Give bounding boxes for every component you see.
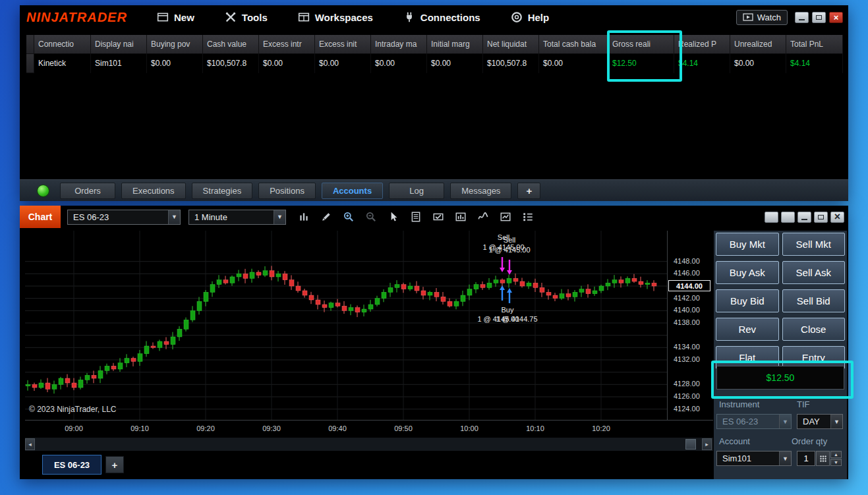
properties-icon (522, 211, 534, 223)
trader-sell-bid-button[interactable]: Sell Bid (782, 289, 846, 312)
close-icon: × (834, 211, 840, 223)
trader-sell-ask-button[interactable]: Sell Ask (782, 261, 846, 284)
zoom-out-button[interactable] (364, 210, 378, 224)
properties-button[interactable] (521, 210, 535, 224)
scroll-right-button[interactable]: ▸ (702, 438, 712, 450)
add-chart-tab-button[interactable]: + (105, 456, 124, 473)
cc-tab-messages[interactable]: Messages (450, 183, 511, 199)
scrollbar-thumb[interactable] (685, 439, 696, 450)
alerts-button[interactable] (431, 210, 446, 224)
tif-dropdown[interactable]: DAY ▼ (797, 414, 843, 429)
cell-cash-value: $100,507.8 (203, 54, 259, 73)
cc-tab-bar: OrdersExecutionsStrategiesPositionsAccou… (20, 179, 848, 201)
column-header-realized-p[interactable]: Realized P (674, 35, 730, 54)
column-header-total-cash-bala[interactable]: Total cash bala (539, 35, 608, 54)
cc-tab-strategies[interactable]: Strategies (192, 183, 253, 199)
menu-connections[interactable]: Connections (403, 11, 480, 23)
chart-close-button[interactable]: × (830, 212, 844, 223)
menu-help-label: Help (528, 12, 550, 23)
drawing-tools-button[interactable] (319, 210, 333, 224)
qty-increment-button[interactable]: ▲ (830, 451, 842, 458)
trader-sell-mkt-button[interactable]: Sell Mkt (782, 233, 846, 256)
cc-tab-positions[interactable]: Positions (258, 183, 316, 199)
chart-maximize-button[interactable] (814, 212, 828, 223)
menu-help[interactable]: Help (511, 11, 550, 23)
cursor-icon (388, 211, 399, 223)
zoom-in-button[interactable] (341, 210, 356, 224)
cc-tab-accounts[interactable]: Accounts (322, 183, 383, 199)
cc-tab-add[interactable]: + (517, 183, 540, 199)
row-selector[interactable] (26, 54, 34, 73)
price-axis[interactable]: 4144.00 4148.004146.004142.004140.004138… (667, 231, 713, 420)
order-buttons-grid: Buy MktSell MktBuy AskSell AskBuy BidSel… (716, 233, 845, 369)
qty-keypad-button[interactable] (816, 451, 830, 466)
chevron-down-icon: ▼ (274, 210, 285, 224)
trader-buy-ask-button[interactable]: Buy Ask (716, 261, 779, 284)
connection-status-icon (37, 185, 49, 197)
close-button[interactable]: × (829, 12, 843, 23)
column-header-connectio[interactable]: Connectio (34, 35, 91, 54)
data-box-button[interactable] (409, 210, 423, 224)
trader-instrument-dropdown[interactable]: ES 06-23 ▼ (716, 414, 792, 429)
column-header-net-liquidat[interactable]: Net liquidat (483, 35, 539, 54)
minimize-icon (799, 19, 805, 20)
connections-icon (403, 11, 415, 23)
time-label: 09:20 (191, 424, 220, 432)
table-row[interactable]: KinetickSim101$0.00$100,507.8$0.00$0.00$… (26, 54, 843, 73)
price-label: 4132.00 (674, 355, 700, 363)
window-option-button-2[interactable] (781, 212, 795, 223)
watch-button[interactable]: Watch (736, 10, 788, 25)
maximize-button[interactable] (812, 12, 826, 23)
column-header-display-nai[interactable]: Display nai (91, 35, 147, 54)
chart-interval-dropdown[interactable]: 1 Minute ▼ (188, 210, 286, 225)
trader-buy-bid-button[interactable]: Buy Bid (716, 289, 779, 312)
trader-close-button[interactable]: Close (782, 318, 846, 341)
cc-tab-orders[interactable]: Orders (60, 183, 115, 199)
menu-new-label: New (174, 12, 194, 23)
trader-rev-button[interactable]: Rev (716, 318, 779, 341)
chart-plot-area[interactable]: SellSell1 @ 4145.001 @ 4145.00Buy1 @ 414… (25, 231, 667, 420)
strategies-icon (500, 211, 511, 223)
chart-minimize-button[interactable] (797, 212, 811, 223)
chart-scrollbar: ◂ ▸ (25, 438, 713, 451)
column-header-initial-marg[interactable]: Initial marg (427, 35, 483, 54)
alerts-icon (432, 211, 444, 223)
cc-tab-log[interactable]: Log (389, 183, 444, 199)
scroll-left-button[interactable]: ◂ (25, 438, 35, 450)
time-label: 10:10 (521, 424, 550, 432)
indicators-button[interactable] (476, 210, 490, 224)
cc-tab-executions[interactable]: Executions (121, 183, 186, 199)
cursor-button[interactable] (386, 210, 401, 224)
strategies-button[interactable] (498, 210, 513, 224)
zoom-out-icon (365, 211, 377, 223)
menu-new[interactable]: New (157, 11, 194, 23)
minimize-button[interactable] (795, 12, 809, 23)
window-option-button-1[interactable] (765, 212, 778, 223)
column-header-buying-pov[interactable]: Buying pov (147, 35, 203, 54)
column-header-cash-value[interactable]: Cash value (203, 35, 259, 54)
price-label: 4146.00 (674, 269, 700, 277)
cell-net-liquidat: $100,507.8 (483, 54, 539, 73)
menu-workspaces[interactable]: Workspaces (298, 11, 373, 23)
column-header-excess-init[interactable]: Excess init (315, 35, 371, 54)
menu-tools[interactable]: Tools (225, 11, 268, 23)
cell-total-cash-bala: $0.00 (539, 54, 608, 73)
cell-gross-reali: $12.50 (608, 54, 674, 73)
cell-excess-init: $0.00 (315, 54, 371, 73)
time-label: 09:30 (257, 424, 286, 432)
chart-tab-es-06-23[interactable]: ES 06-23 (42, 455, 101, 475)
column-header-total-pnl[interactable]: Total PnL (786, 35, 843, 54)
trader-buy-mkt-button[interactable]: Buy Mkt (716, 233, 779, 256)
chart-style-button[interactable] (297, 210, 311, 224)
order-qty-input[interactable]: 1 (797, 451, 815, 466)
qty-decrement-button[interactable]: ▼ (830, 459, 842, 466)
column-header-gross-reali[interactable]: Gross reali (608, 35, 674, 54)
column-header-intraday-ma[interactable]: Intraday ma (371, 35, 427, 54)
chart-window-button[interactable] (453, 210, 468, 224)
column-header-unrealized[interactable]: Unrealized (730, 35, 786, 54)
column-header-excess-intr[interactable]: Excess intr (259, 35, 315, 54)
price-label: 4126.00 (674, 392, 700, 400)
time-axis[interactable]: 09:0009:1009:2009:3009:4009:5010:0010:10… (25, 421, 713, 438)
chart-instrument-dropdown[interactable]: ES 06-23 ▼ (67, 210, 181, 225)
account-dropdown[interactable]: Sim101 ▼ (716, 451, 792, 466)
